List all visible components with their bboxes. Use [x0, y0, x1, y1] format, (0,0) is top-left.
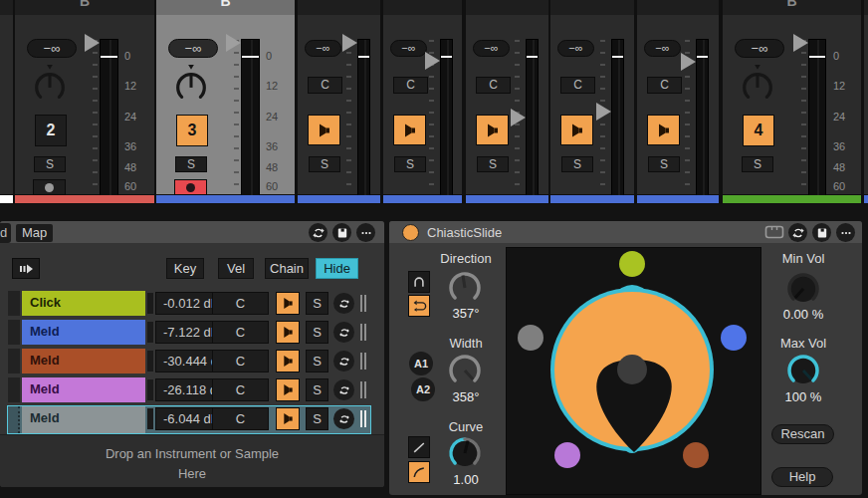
chain-pan[interactable]: C — [212, 378, 269, 401]
auto-select-chain-button[interactable] — [12, 258, 40, 279]
previous-device-fragment[interactable]: d — [0, 223, 11, 243]
mute-button[interactable] — [308, 115, 340, 145]
chain-volume-value[interactable]: -6.044 dB — [155, 407, 214, 430]
more-options-button[interactable] — [356, 223, 375, 242]
hot-swap-button[interactable] — [788, 223, 807, 242]
tab-hide[interactable]: Hide — [316, 258, 358, 279]
chain-solo-button[interactable]: S — [306, 292, 328, 315]
track-header[interactable] — [864, 0, 868, 15]
mute-button[interactable] — [647, 115, 680, 145]
chain-volume-value[interactable]: -26.118 dB — [155, 378, 214, 401]
chain-mute-button[interactable] — [276, 321, 300, 344]
chain-volume-value[interactable]: -0.012 dB — [155, 292, 214, 315]
pan-knob[interactable] — [739, 65, 776, 107]
pan-display[interactable]: C — [560, 77, 595, 94]
chain-name[interactable]: Meld — [22, 349, 145, 374]
chain-dot-right[interactable] — [721, 325, 747, 351]
chain-drag-handle[interactable] — [8, 349, 20, 374]
chain-header[interactable] — [466, 0, 548, 15]
track-number-button[interactable]: 4 — [743, 115, 774, 146]
pan-knob[interactable] — [31, 65, 69, 107]
tab-chain[interactable]: Chain — [265, 258, 309, 279]
solo-button[interactable]: S — [477, 156, 509, 172]
chain-hot-swap-button[interactable] — [333, 322, 354, 343]
volume-display[interactable]: −∞ — [27, 39, 77, 58]
chain-row[interactable]: Meld -7.122 dB C S — [8, 320, 370, 345]
chain-name[interactable]: Meld — [22, 406, 145, 433]
chain-header[interactable] — [550, 0, 634, 15]
chain-dot-bottom-right[interactable] — [683, 442, 709, 468]
solo-button[interactable]: S — [561, 156, 593, 172]
device-title[interactable]: Map — [16, 224, 53, 242]
chain-mute-button[interactable] — [276, 378, 300, 401]
solo-button[interactable]: S — [34, 156, 66, 172]
pan-display[interactable]: C — [393, 77, 428, 94]
chain-volume-value[interactable]: -30.444 dB — [155, 350, 214, 373]
track-header[interactable] — [0, 0, 13, 15]
map-title-bar[interactable]: d Map — [0, 221, 384, 243]
arm-button[interactable] — [33, 179, 66, 195]
chain-drag-handle[interactable] — [8, 377, 20, 402]
chain-volume-value[interactable]: -7.122 dB — [155, 321, 214, 344]
track-number-button[interactable]: 3 — [176, 115, 208, 146]
direction-knob[interactable] — [445, 268, 485, 308]
track-color-chip[interactable] — [298, 195, 380, 203]
track-color-chip[interactable] — [723, 195, 861, 203]
chain-header[interactable] — [637, 0, 719, 15]
chain-name[interactable]: Meld — [22, 377, 145, 402]
a1-button[interactable]: A1 — [409, 352, 433, 375]
chain-drag-handle[interactable] — [8, 320, 20, 345]
volume-display[interactable]: −∞ — [644, 40, 681, 57]
chain-hot-swap-button[interactable] — [333, 351, 354, 372]
chain-pan[interactable]: C — [212, 407, 269, 430]
max-vol-knob[interactable] — [783, 351, 823, 390]
solo-button[interactable]: S — [742, 156, 773, 172]
direction-oneway-button[interactable] — [408, 271, 430, 293]
edit-m4l-icon[interactable] — [764, 225, 784, 239]
volume-display[interactable]: −∞ — [557, 40, 594, 57]
chain-row[interactable]: Click -0.012 dB C S — [8, 291, 370, 316]
rescan-button[interactable]: Rescan — [771, 424, 834, 444]
chain-header[interactable] — [383, 0, 462, 15]
help-button[interactable]: Help — [771, 467, 833, 487]
hot-swap-button[interactable] — [309, 223, 327, 242]
chain-hot-swap-button[interactable] — [333, 379, 354, 400]
track-header-3[interactable]: B — [156, 0, 295, 15]
volume-fader-handle[interactable] — [596, 103, 611, 121]
volume-display[interactable]: −∞ — [473, 40, 510, 57]
track-color-chip[interactable] — [864, 195, 868, 203]
track-header-4[interactable]: B — [723, 0, 861, 15]
pan-display[interactable]: C — [476, 77, 511, 94]
chain-hot-swap-button[interactable] — [333, 293, 354, 314]
mute-button[interactable] — [560, 115, 593, 145]
solo-button[interactable]: S — [309, 156, 340, 172]
chain-mute-button[interactable] — [276, 350, 300, 373]
chain-row[interactable]: Meld -30.444 dB C S — [8, 349, 370, 374]
pan-display[interactable]: C — [647, 77, 682, 94]
width-knob[interactable] — [445, 351, 485, 390]
arm-button[interactable] — [174, 179, 207, 195]
volume-fader-handle[interactable] — [226, 34, 241, 52]
chain-dot-bottom-left[interactable] — [554, 442, 580, 468]
more-options-button[interactable] — [836, 223, 855, 242]
track-color-chip[interactable] — [550, 195, 634, 203]
mute-button[interactable] — [393, 115, 426, 145]
chain-hot-swap-button[interactable] — [333, 408, 354, 429]
volume-display[interactable]: −∞ — [735, 39, 784, 58]
min-vol-knob[interactable] — [783, 269, 823, 309]
direction-value[interactable]: 357° — [426, 306, 506, 321]
chain-mute-button[interactable] — [276, 407, 300, 430]
curve-value[interactable]: 1.00 — [426, 472, 506, 487]
solo-button[interactable]: S — [648, 156, 680, 172]
chain-solo-button[interactable]: S — [306, 378, 328, 401]
drop-zone[interactable]: Drop an Instrument or Sample Here — [0, 434, 384, 487]
tab-vel[interactable]: Vel — [218, 258, 254, 279]
track-header-2[interactable]: B — [15, 0, 154, 15]
track-color-chip[interactable] — [637, 195, 719, 203]
chain-dot-top[interactable] — [619, 251, 645, 277]
track-color-chip[interactable] — [383, 195, 462, 203]
chiastic-title-bar[interactable]: ChiasticSlide — [389, 221, 862, 243]
chain-name[interactable]: Meld — [22, 320, 145, 345]
chain-pan[interactable]: C — [212, 350, 269, 373]
chain-mute-button[interactable] — [276, 292, 300, 315]
